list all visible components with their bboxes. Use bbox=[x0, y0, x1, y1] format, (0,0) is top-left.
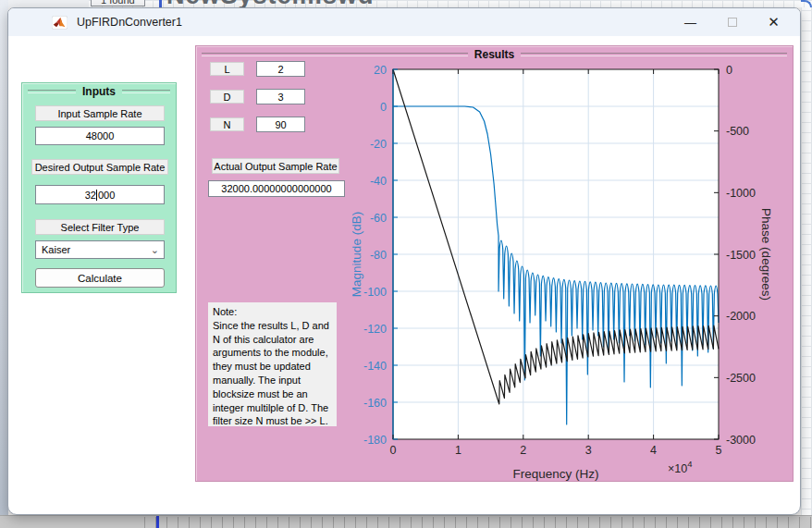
left-axis-label: Magnitude (dB) bbox=[350, 212, 363, 297]
results-plot: 012345200-20-40-60-80-100-120-140-160-18… bbox=[335, 55, 801, 483]
canvas-title-text: NewSystem.swd bbox=[166, 0, 375, 7]
x-tick-label: 3 bbox=[585, 444, 592, 457]
output-sample-rate-label: Desired Output Sample Rate bbox=[31, 159, 168, 175]
chevron-down-icon: ⌄ bbox=[151, 244, 159, 256]
x-exponent-label: ×104 bbox=[668, 459, 693, 475]
screen: 1 found NewSystem.swd UpFIRDnConverter1 … bbox=[0, 0, 812, 528]
l-value-field[interactable]: 2 bbox=[256, 61, 305, 77]
left-tick-label: -180 bbox=[363, 434, 387, 447]
input-sample-rate-field[interactable]: 48000 bbox=[35, 127, 165, 145]
input-sample-rate-label: Input Sample Rate bbox=[35, 105, 165, 121]
upfirdn-converter-window: UpFIRDnConverter1 — ✕ Inputs Input Sampl… bbox=[7, 7, 801, 515]
left-tick-label: 0 bbox=[380, 101, 387, 114]
right-tick-label: -2500 bbox=[726, 372, 756, 385]
d-label: D bbox=[210, 90, 244, 104]
ruler-ticks bbox=[144, 517, 812, 528]
right-tick-label: -3000 bbox=[726, 434, 756, 447]
n-value-field[interactable]: 90 bbox=[256, 117, 305, 132]
right-tick-label: -1000 bbox=[726, 187, 756, 200]
x-tick-label: 1 bbox=[455, 444, 461, 457]
left-tick-label: -80 bbox=[370, 249, 387, 262]
matlab-icon bbox=[52, 16, 68, 30]
note-title: Note: bbox=[213, 305, 332, 319]
left-tick-label: -20 bbox=[370, 138, 387, 151]
minimize-button[interactable]: — bbox=[670, 8, 711, 36]
x-tick-label: 4 bbox=[650, 444, 657, 457]
actual-rate-field[interactable]: 32000.00000000000000 bbox=[208, 180, 345, 197]
background-toolbar-fragment bbox=[0, 0, 89, 7]
note-body: Since the results L, D and N of this cal… bbox=[213, 319, 332, 428]
left-tick-label: -100 bbox=[363, 286, 387, 299]
x-axis-label: Frequency (Hz) bbox=[512, 467, 598, 481]
right-tick-label: -2000 bbox=[726, 310, 756, 323]
left-tick-label: -140 bbox=[363, 360, 387, 373]
left-tick-label: -160 bbox=[363, 397, 387, 410]
x-tick-label: 0 bbox=[390, 444, 397, 457]
inputs-panel-title: Inputs bbox=[28, 85, 170, 98]
n-label: N bbox=[210, 117, 244, 131]
results-panel: Results L 2 D 3 N 90 Actual Output Sampl… bbox=[195, 45, 794, 482]
left-tick-label: -60 bbox=[370, 212, 387, 225]
l-label: L bbox=[210, 62, 244, 76]
inputs-panel: Inputs Input Sample Rate 48000 Desired O… bbox=[21, 82, 177, 293]
left-tick-label: -40 bbox=[370, 175, 387, 188]
search-result-badge: 1 found bbox=[91, 0, 145, 6]
maximize-icon bbox=[728, 18, 737, 27]
close-button[interactable]: ✕ bbox=[753, 8, 794, 36]
output-sample-rate-field[interactable]: 32000 bbox=[35, 185, 165, 204]
x-tick-label: 5 bbox=[716, 444, 722, 457]
right-axis-label: Phase (degrees) bbox=[759, 208, 773, 301]
right-tick-label: -500 bbox=[726, 125, 749, 138]
filter-type-dropdown[interactable]: Kaiser ⌄ bbox=[35, 240, 165, 259]
calculate-button[interactable]: Calculate bbox=[35, 268, 165, 288]
d-value-field[interactable]: 3 bbox=[256, 89, 305, 104]
actual-rate-label: Actual Output Sample Rate bbox=[212, 158, 339, 174]
filter-type-label: Select Filter Type bbox=[35, 219, 165, 235]
note-box: Note: Since the results L, D and N of th… bbox=[208, 302, 337, 426]
titlebar[interactable]: UpFIRDnConverter1 — ✕ bbox=[8, 8, 800, 36]
ruler-cursor[interactable] bbox=[156, 516, 159, 528]
right-tick-label: -1500 bbox=[726, 249, 756, 262]
maximize-button[interactable] bbox=[711, 8, 753, 36]
timeline-ruler[interactable] bbox=[0, 515, 812, 528]
canvas-cursor-line bbox=[159, 0, 162, 7]
window-title: UpFIRDnConverter1 bbox=[77, 16, 182, 29]
background-window-corner bbox=[801, 0, 812, 7]
background-canvas-top: 1 found NewSystem.swd bbox=[0, 0, 812, 7]
left-tick-label: 20 bbox=[374, 64, 387, 77]
right-tick-label: 0 bbox=[726, 64, 732, 77]
left-tick-label: -120 bbox=[363, 323, 387, 336]
x-tick-label: 2 bbox=[520, 444, 526, 457]
background-canvas-right bbox=[801, 0, 812, 528]
